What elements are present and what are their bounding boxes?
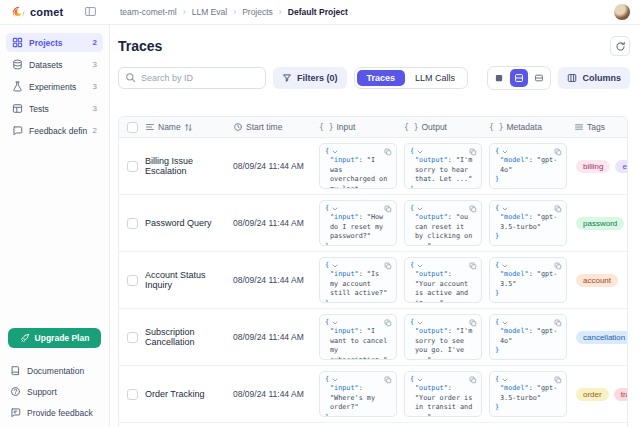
tag-badge[interactable]: account [576, 274, 618, 287]
density-compact-button[interactable] [490, 69, 508, 87]
breadcrumb-section[interactable]: LLM Eval [192, 7, 227, 17]
metadata-json-cell[interactable]: { "model": "gpt-3.5-turbo" } [489, 371, 567, 417]
row-checkbox[interactable] [127, 389, 138, 400]
chevron-down-icon[interactable] [501, 319, 509, 327]
chevron-down-icon[interactable] [331, 205, 339, 213]
copy-icon[interactable] [469, 376, 477, 384]
tag-badge[interactable]: cancellation [576, 331, 627, 344]
chevron-down-icon[interactable] [501, 148, 509, 156]
density-default-button[interactable] [510, 69, 528, 87]
metadata-json-cell[interactable]: { "model": "gpt-3.5-turbo" } [489, 200, 567, 246]
output-json-cell[interactable]: { "output": "I'm sorry to see you go. I'… [404, 314, 482, 360]
metadata-json-cell[interactable]: { "model": "gpt-4o" } [489, 143, 567, 189]
copy-icon[interactable] [384, 148, 392, 156]
trace-name[interactable]: Billing Issue Escalation [145, 156, 233, 176]
breadcrumb-projects[interactable]: Projects [242, 7, 273, 17]
search-input[interactable] [118, 67, 266, 89]
trace-name[interactable]: Account Status Inquiry [145, 270, 233, 290]
sort-icon[interactable] [184, 123, 193, 132]
tag-badge[interactable]: password [576, 217, 624, 230]
input-json-cell[interactable]: { "input": "I want to cancel my subscrip… [319, 314, 397, 360]
column-header-metadata[interactable]: { } Metadata [489, 122, 574, 132]
chevron-down-icon[interactable] [416, 376, 424, 384]
sidebar-link-documentation[interactable]: Documentation [6, 360, 103, 381]
tag-badge[interactable]: tracking [614, 388, 627, 401]
breadcrumb-current-project[interactable]: Default Project [288, 7, 348, 17]
table-row[interactable]: Account Status Inquiry 08/09/24 11:44 AM… [119, 252, 627, 309]
user-avatar[interactable] [614, 4, 630, 20]
input-json-cell[interactable]: { "input": "Is my account still active?"… [319, 257, 397, 303]
comet-logo[interactable]: comet [0, 6, 76, 19]
copy-icon[interactable] [469, 205, 477, 213]
chevron-down-icon[interactable] [501, 376, 509, 384]
table-row[interactable]: Subscription Cancellation 08/09/24 11:44… [119, 309, 627, 366]
table-row[interactable]: Password Query 08/09/24 11:44 AM { "inpu… [119, 195, 627, 252]
copy-icon[interactable] [554, 376, 562, 384]
upgrade-plan-button[interactable]: Upgrade Plan [8, 328, 101, 348]
output-json-cell[interactable]: { "output": "ou can reset it by clicking… [404, 200, 482, 246]
copy-icon[interactable] [469, 262, 477, 270]
tab-llm-calls[interactable]: LLM Calls [405, 70, 465, 86]
trace-name[interactable]: Subscription Cancellation [145, 327, 233, 347]
row-checkbox[interactable] [127, 275, 138, 286]
column-header-input[interactable]: { } Input [319, 122, 404, 132]
sidebar-item-projects[interactable]: Projects 2 [6, 33, 103, 52]
columns-button[interactable]: Columns [558, 67, 630, 89]
row-checkbox[interactable] [127, 218, 138, 229]
sidebar-item-feedback-definitions[interactable]: Feedback definitions 2 [6, 121, 103, 140]
tag-badge[interactable]: order [576, 388, 609, 401]
copy-icon[interactable] [554, 319, 562, 327]
input-json-cell[interactable]: { "input": "How do I reset my password?"… [319, 200, 397, 246]
sidebar-item-tests[interactable]: Tests 3 [6, 99, 103, 118]
copy-icon[interactable] [384, 205, 392, 213]
metadata-json-cell[interactable]: { "model": "gpt-4o" } [489, 314, 567, 360]
chevron-down-icon[interactable] [416, 148, 424, 156]
chevron-down-icon[interactable] [331, 262, 339, 270]
chevron-down-icon[interactable] [416, 319, 424, 327]
table-row[interactable]: Billing Issue Escalation 08/09/24 11:44 … [119, 138, 627, 195]
column-header-start-time[interactable]: Start time [233, 122, 319, 132]
select-all-checkbox[interactable] [127, 122, 138, 133]
output-json-cell[interactable]: { "output": "I'm sorry to hear that. Let… [404, 143, 482, 189]
filters-button[interactable]: Filters (0) [273, 67, 347, 89]
trace-name[interactable]: Password Query [145, 218, 233, 228]
density-tall-button[interactable] [530, 69, 548, 87]
output-json-cell[interactable]: { "output": "Your order is in transit an… [404, 371, 482, 417]
copy-icon[interactable] [384, 376, 392, 384]
chevron-down-icon[interactable] [416, 262, 424, 270]
table-row[interactable]: Order Tracking 08/09/24 11:44 AM { "inpu… [119, 366, 627, 423]
sidebar-collapse-icon[interactable] [84, 5, 98, 19]
copy-icon[interactable] [469, 319, 477, 327]
chevron-down-icon[interactable] [416, 205, 424, 213]
sidebar-item-datasets[interactable]: Datasets 3 [6, 55, 103, 74]
input-json-cell[interactable]: { "input": "I was overcharged on my last… [319, 143, 397, 189]
copy-icon[interactable] [384, 319, 392, 327]
chevron-down-icon[interactable] [331, 376, 339, 384]
tab-traces[interactable]: Traces [357, 70, 406, 86]
chevron-down-icon[interactable] [331, 148, 339, 156]
row-checkbox[interactable] [127, 332, 138, 343]
refresh-button[interactable] [610, 36, 630, 56]
breadcrumb-workspace[interactable]: team-comet-ml [120, 7, 177, 17]
trace-name[interactable]: Order Tracking [145, 389, 233, 399]
sidebar-link-support[interactable]: Support [6, 381, 103, 402]
copy-icon[interactable] [554, 148, 562, 156]
copy-icon[interactable] [469, 148, 477, 156]
row-checkbox[interactable] [127, 161, 138, 172]
chevron-down-icon[interactable] [331, 319, 339, 327]
copy-icon[interactable] [554, 205, 562, 213]
sidebar-link-provide-feedback[interactable]: Provide feedback [6, 402, 103, 423]
chevron-down-icon[interactable] [501, 205, 509, 213]
chevron-down-icon[interactable] [501, 262, 509, 270]
tag-badge[interactable]: escalation [615, 160, 627, 173]
input-json-cell[interactable]: { "input": "Where's my order?" } [319, 371, 397, 417]
output-json-cell[interactable]: { "output": "Your account is active and … [404, 257, 482, 303]
table-row[interactable]: Refund Request 08/09/24 11:44 AM { "inpu… [119, 423, 627, 427]
copy-icon[interactable] [384, 262, 392, 270]
column-header-output[interactable]: { } Output [404, 122, 489, 132]
tag-badge[interactable]: billing [576, 160, 610, 173]
column-header-name[interactable]: Name [145, 122, 233, 132]
column-header-tags[interactable]: Tags [574, 122, 627, 132]
sidebar-item-experiments[interactable]: Experiments 3 [6, 77, 103, 96]
metadata-json-cell[interactable]: { "model": "gpt-3.5" } [489, 257, 567, 303]
